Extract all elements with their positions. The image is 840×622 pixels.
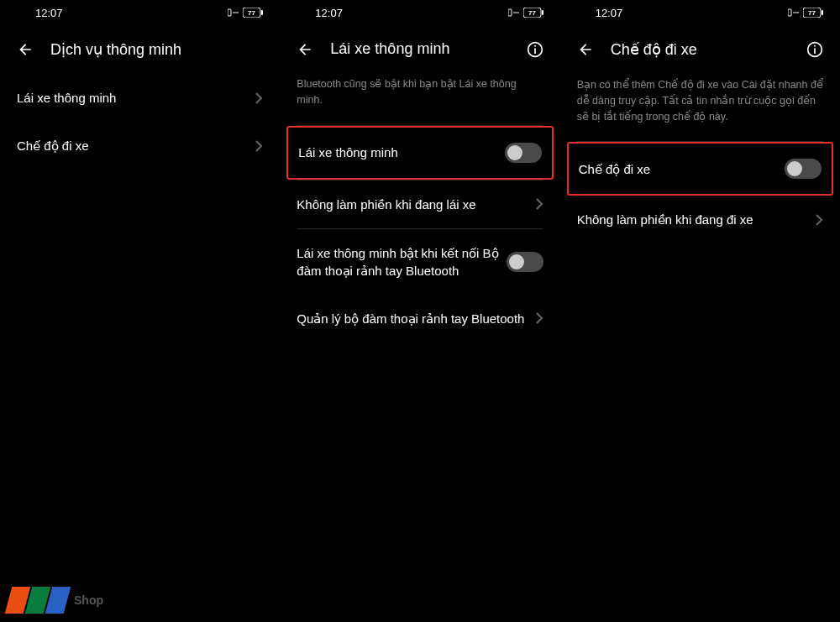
battery-icon bbox=[508, 8, 520, 17]
fpt-shop-logo: Shop bbox=[8, 587, 103, 614]
toggle-label: Lái xe thông minh bật khi kết nối Bộ đàm… bbox=[297, 244, 506, 280]
chevron-right-icon bbox=[255, 139, 263, 153]
status-bar: 12:07 77 bbox=[560, 0, 840, 25]
toggle-switch[interactable] bbox=[505, 143, 542, 163]
menu-item-bluetooth-manage[interactable]: Quản lý bộ đàm thoại rảnh tay Bluetooth bbox=[280, 295, 559, 342]
screen-riding-mode: 12:07 77 Chế độ đi xe Bạn có thể thêm Ch… bbox=[560, 0, 840, 622]
battery-level-icon: 77 bbox=[243, 8, 263, 18]
status-right: 77 bbox=[228, 8, 263, 18]
back-icon[interactable] bbox=[577, 41, 594, 58]
status-right: 77 bbox=[508, 8, 543, 18]
info-icon[interactable] bbox=[527, 41, 543, 58]
toggle-switch[interactable] bbox=[785, 159, 822, 179]
status-time: 12:07 bbox=[35, 7, 63, 19]
battery-icon bbox=[788, 8, 800, 17]
chevron-right-icon bbox=[535, 197, 543, 211]
menu-label: Không làm phiền khi đang đi xe bbox=[577, 211, 815, 228]
svg-rect-0 bbox=[228, 9, 231, 16]
svg-text:77: 77 bbox=[248, 9, 255, 17]
battery-level-icon: 77 bbox=[803, 8, 823, 18]
toggle-bluetooth-driving[interactable]: Lái xe thông minh bật khi kết nối Bộ đàm… bbox=[280, 229, 559, 295]
header: Dịch vụ thông minh bbox=[0, 25, 280, 74]
chevron-right-icon bbox=[535, 311, 543, 325]
menu-label: Quản lý bộ đàm thoại rảnh tay Bluetooth bbox=[297, 310, 534, 327]
page-description: Bạn có thể thêm Chế độ đi xe vào Cài đặt… bbox=[560, 74, 840, 141]
info-icon[interactable] bbox=[806, 41, 823, 58]
svg-point-19 bbox=[814, 45, 816, 47]
battery-icon bbox=[228, 8, 239, 17]
back-icon[interactable] bbox=[297, 41, 313, 58]
toggle-label: Lái xe thông minh bbox=[298, 144, 504, 161]
menu-label: Không làm phiền khi đang lái xe bbox=[297, 196, 534, 213]
svg-text:77: 77 bbox=[808, 9, 816, 17]
status-time: 12:07 bbox=[596, 7, 623, 19]
svg-text:77: 77 bbox=[528, 9, 536, 17]
menu-label: Lái xe thông minh bbox=[17, 89, 255, 107]
header: Lái xe thông minh bbox=[280, 25, 559, 73]
status-bar: 12:07 77 bbox=[0, 0, 280, 25]
svg-rect-5 bbox=[508, 9, 512, 16]
header: Chế độ đi xe bbox=[560, 25, 840, 74]
status-bar: 12:07 77 bbox=[280, 0, 559, 25]
battery-level-icon: 77 bbox=[523, 8, 543, 18]
menu-item-dnd-driving[interactable]: Không làm phiền khi đang lái xe bbox=[280, 180, 559, 228]
page-description: Bluetooth cũng sẽ bật khi bạn bật Lái xe… bbox=[280, 73, 559, 125]
status-right: 77 bbox=[788, 8, 823, 18]
highlighted-toggle-row: Lái xe thông minh bbox=[286, 126, 553, 180]
svg-rect-16 bbox=[822, 10, 823, 15]
logo-text: Shop bbox=[74, 593, 103, 607]
svg-rect-13 bbox=[788, 9, 791, 16]
menu-item-dnd-riding[interactable]: Không làm phiền khi đang đi xe bbox=[560, 196, 840, 243]
svg-rect-20 bbox=[814, 48, 816, 54]
toggle-riding-mode[interactable]: Chế độ đi xe bbox=[569, 144, 832, 194]
screen-smart-driving: 12:07 77 Lái xe thông minh Bluetooth cũn… bbox=[280, 0, 559, 622]
page-title: Dịch vụ thông minh bbox=[50, 40, 263, 59]
status-time: 12:07 bbox=[315, 7, 343, 19]
screen-smart-services: 12:07 77 Dịch vụ thông minh Lái xe thông… bbox=[0, 0, 280, 622]
svg-rect-8 bbox=[542, 10, 543, 15]
menu-item-smart-driving[interactable]: Lái xe thông minh bbox=[0, 74, 280, 122]
svg-rect-3 bbox=[261, 10, 263, 15]
svg-rect-12 bbox=[534, 48, 536, 54]
menu-item-riding-mode[interactable]: Chế độ đi xe bbox=[0, 122, 280, 170]
chevron-right-icon bbox=[255, 91, 263, 105]
menu-label: Chế độ đi xe bbox=[17, 137, 255, 154]
chevron-right-icon bbox=[815, 213, 823, 227]
toggle-label: Chế độ đi xe bbox=[579, 160, 785, 178]
toggle-switch[interactable] bbox=[507, 252, 543, 272]
toggle-smart-driving[interactable]: Lái xe thông minh bbox=[288, 128, 551, 178]
svg-point-11 bbox=[534, 44, 536, 46]
page-title: Lái xe thông minh bbox=[330, 40, 509, 58]
back-icon[interactable] bbox=[17, 41, 34, 58]
page-title: Chế độ đi xe bbox=[611, 40, 790, 59]
highlighted-toggle-row: Chế độ đi xe bbox=[567, 142, 833, 196]
